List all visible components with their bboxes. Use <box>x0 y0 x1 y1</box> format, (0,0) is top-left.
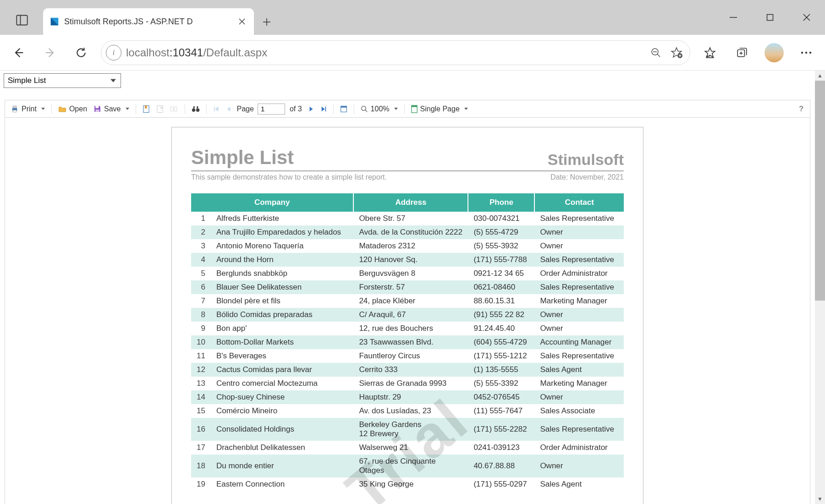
table-row: 4Around the Horn120 Hanover Sq.(171) 555… <box>191 253 624 267</box>
cell-phone: 0452-076545 <box>468 390 534 404</box>
address-bar[interactable]: i localhost:10341/Default.aspx <box>101 40 690 65</box>
browser-titlebar: Stimulsoft Reports.JS - ASP.NET D <box>0 0 825 35</box>
page-label: Page <box>237 105 254 113</box>
svg-point-23 <box>801 51 803 53</box>
svg-point-44 <box>361 106 366 110</box>
table-row: 6Blauer See DelikatessenForsterstr. 5706… <box>191 280 624 294</box>
row-num: 17 <box>191 441 211 455</box>
svg-rect-40 <box>214 106 214 111</box>
last-page-button[interactable] <box>319 105 329 113</box>
cell-company: Blauer See Delikatessen <box>211 280 353 294</box>
table-row: 8Bólido Comidas preparadasC/ Araquil, 67… <box>191 308 624 322</box>
tab-title: Stimulsoft Reports.JS - ASP.NET D <box>64 17 232 27</box>
page-number-input[interactable] <box>258 104 285 115</box>
cell-phone: (604) 555-4729 <box>468 335 534 349</box>
refresh-button[interactable] <box>67 38 95 67</box>
cell-address: Walserweg 21 <box>353 441 468 455</box>
table-row: 16Consolidated HoldingsBerkeley Gardens1… <box>191 418 624 441</box>
cell-company: Cactus Comidas para llevar <box>211 363 353 377</box>
zoom-icon[interactable] <box>650 47 661 58</box>
collections-icon[interactable] <box>728 38 756 67</box>
print-button[interactable]: Print <box>9 104 47 114</box>
cell-address: Fauntleroy Circus <box>353 349 468 363</box>
vertical-scrollbar[interactable]: ▲ ▼ <box>815 71 825 504</box>
cell-company: B's Beverages <box>211 349 353 363</box>
cell-company: Blondel père et fils <box>211 294 353 308</box>
favorites-icon[interactable] <box>696 38 724 67</box>
help-button[interactable]: ? <box>796 105 806 113</box>
resources-icon <box>170 105 178 113</box>
svg-rect-35 <box>174 107 177 111</box>
bookmark-icon <box>143 105 150 113</box>
cell-contact: Owner <box>534 239 624 253</box>
prev-page-button[interactable] <box>224 105 233 113</box>
cell-address: Berkeley Gardens12 Brewery <box>353 418 468 441</box>
svg-rect-43 <box>341 106 346 107</box>
first-page-button[interactable] <box>211 105 221 113</box>
close-window-button[interactable] <box>788 6 825 29</box>
back-button[interactable] <box>5 38 33 67</box>
site-info-icon[interactable]: i <box>106 45 121 60</box>
cell-phone: 030-0074321 <box>468 212 534 225</box>
binoculars-icon <box>192 105 200 113</box>
scroll-down-button[interactable]: ▼ <box>815 494 825 504</box>
scroll-up-button[interactable]: ▲ <box>815 71 825 81</box>
report-page: Simple List Stimulsoft This sample demon… <box>171 127 644 504</box>
report-title: Simple List <box>191 147 294 169</box>
tab-close-button[interactable] <box>236 16 248 27</box>
more-menu-button[interactable] <box>792 38 820 67</box>
find-button[interactable] <box>190 104 202 114</box>
resources-button[interactable] <box>168 104 180 114</box>
profile-avatar[interactable] <box>760 38 788 67</box>
save-button[interactable]: Save <box>92 104 131 114</box>
cell-contact: Sales Associate <box>534 404 624 418</box>
minimize-button[interactable] <box>715 6 752 29</box>
scroll-thumb[interactable] <box>815 81 825 301</box>
cell-contact: Sales Representative <box>534 349 624 363</box>
cell-contact: Marketing Manager <box>534 377 624 390</box>
svg-point-25 <box>809 51 811 53</box>
zoom-button[interactable]: 100% <box>359 104 400 114</box>
cell-company: Consolidated Holdings <box>211 418 353 441</box>
view-mode-button[interactable]: Single Page <box>409 104 470 114</box>
svg-point-36 <box>192 108 195 112</box>
window-controls <box>715 0 825 35</box>
table-row: 7Blondel père et fils24, place Kléber88.… <box>191 294 624 308</box>
next-page-button[interactable] <box>307 105 316 113</box>
prev-page-icon <box>226 106 231 112</box>
tab-actions-button[interactable] <box>8 8 36 32</box>
bookmarks-button[interactable] <box>141 104 152 114</box>
table-row: 2Ana Trujillo Emparedados y heladosAvda.… <box>191 225 624 239</box>
svg-line-45 <box>365 110 367 112</box>
cell-contact: Sales Agent <box>534 477 624 491</box>
cell-address: Avda. de la Constitución 2222 <box>353 225 468 239</box>
table-row: 12Cactus Comidas para llevarCerrito 333(… <box>191 363 624 377</box>
save-icon <box>94 105 101 113</box>
cell-address: Berguvsvägen 8 <box>353 267 468 280</box>
cell-company: Du monde entier <box>211 455 353 477</box>
col-company: Company <box>191 193 353 212</box>
maximize-button[interactable] <box>752 6 788 29</box>
cell-company: Alfreds Futterkiste <box>211 212 353 225</box>
row-num: 8 <box>191 308 211 322</box>
cell-contact: Sales Representative <box>534 280 624 294</box>
cell-address: Hauptstr. 29 <box>353 390 468 404</box>
fullscreen-button[interactable] <box>338 104 349 114</box>
cell-company: Berglunds snabbköp <box>211 267 353 280</box>
forward-button[interactable] <box>36 38 64 67</box>
report-subtitle: This sample demonstrates how to create a… <box>191 173 387 181</box>
new-tab-button[interactable] <box>254 9 280 35</box>
favorite-add-icon[interactable] <box>671 47 682 59</box>
open-button[interactable]: Open <box>56 104 89 114</box>
browser-tab-active[interactable]: Stimulsoft Reports.JS - ASP.NET D <box>43 8 254 35</box>
last-page-icon <box>320 106 327 112</box>
cell-company: Antonio Moreno Taquería <box>211 239 353 253</box>
cell-address: Sierras de Granada 9993 <box>353 377 468 390</box>
svg-rect-41 <box>325 106 326 111</box>
cell-company: Bon app' <box>211 322 353 335</box>
cell-address: 67, rue des Cinquante Otages <box>353 455 468 477</box>
parameters-button[interactable] <box>154 104 165 114</box>
cell-company: Bólido Comidas preparadas <box>211 308 353 322</box>
cell-contact: Accounting Manager <box>534 335 624 349</box>
report-select-dropdown[interactable]: Simple List <box>4 73 121 88</box>
